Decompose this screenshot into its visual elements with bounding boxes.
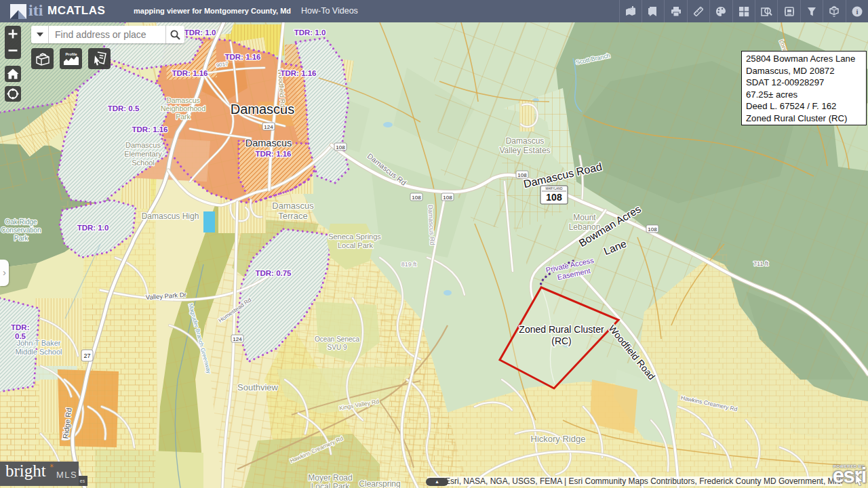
svg-text:TDR: 1.16: TDR: 1.16 (132, 125, 167, 134)
svg-text:TDR: 1.16: TDR: 1.16 (255, 150, 291, 158)
svg-text:Mount: Mount (573, 213, 596, 222)
svg-text:819 ft: 819 ft (401, 261, 417, 268)
svg-text:Park: Park (14, 235, 29, 242)
svg-text:Middle School: Middle School (15, 348, 62, 356)
svg-text:108: 108 (648, 226, 657, 232)
svg-text:Damascus High: Damascus High (142, 211, 199, 221)
svg-text:Damascus: Damascus (272, 201, 314, 211)
svg-text:School: School (132, 159, 155, 167)
svg-text:Terrace: Terrace (278, 211, 307, 221)
svg-text:Hickory Ridge: Hickory Ridge (531, 434, 586, 444)
svg-text:TDR: 1.16: TDR: 1.16 (224, 53, 260, 61)
svg-text:108: 108 (412, 195, 421, 201)
svg-text:(RC): (RC) (551, 336, 572, 346)
svg-text:0.5: 0.5 (15, 332, 26, 340)
svg-text:124: 124 (233, 336, 242, 342)
svg-text:TDR: 1.0: TDR: 1.0 (184, 28, 216, 37)
svg-text:TDR: 1.16: TDR: 1.16 (172, 69, 208, 77)
svg-text:SVU 9: SVU 9 (328, 344, 347, 351)
svg-text:Local Park: Local Park (311, 482, 351, 488)
svg-text:Damascus: Damascus (166, 96, 200, 104)
svg-text:108: 108 (443, 195, 452, 201)
svg-text:MARYLAND: MARYLAND (546, 187, 564, 190)
svg-text:27: 27 (83, 352, 90, 359)
svg-text:Local Park: Local Park (338, 241, 373, 249)
svg-text:Ocean Seneca: Ocean Seneca (315, 336, 360, 343)
svg-text:Valley Estates: Valley Estates (499, 146, 550, 155)
svg-text:TDR: 1.16: TDR: 1.16 (280, 69, 316, 77)
svg-text:Damascus: Damascus (506, 136, 545, 146)
svg-text:Damascus: Damascus (245, 138, 292, 148)
svg-text:Clearspring: Clearspring (359, 479, 400, 488)
svg-text:Park: Park (176, 113, 191, 121)
svg-text:Profile: Profile (65, 52, 77, 56)
svg-text:711 ft: 711 ft (753, 260, 768, 267)
svg-text:TDR:: TDR: (11, 323, 29, 331)
svg-text:Oak Ridge: Oak Ridge (5, 218, 37, 226)
svg-text:TDR: 1.0: TDR: 1.0 (77, 224, 109, 232)
svg-text:Damascus: Damascus (125, 141, 161, 149)
svg-text:Seneca Springs: Seneca Springs (328, 232, 381, 241)
svg-text:Conservation: Conservation (1, 226, 41, 234)
svg-text:124: 124 (264, 124, 273, 130)
svg-text:Moyer Road: Moyer Road (308, 473, 352, 483)
svg-text:i: i (856, 7, 858, 16)
svg-text:TDR: 0.5: TDR: 0.5 (108, 104, 140, 113)
svg-text:108: 108 (546, 192, 562, 203)
svg-text:Elementary: Elementary (124, 150, 162, 158)
svg-text:Zoned Rural Cluster: Zoned Rural Cluster (519, 324, 604, 335)
svg-text:Neighborhood: Neighborhood (161, 104, 205, 113)
svg-text:Southview: Southview (237, 382, 279, 392)
svg-text:TDR: 1.0: TDR: 1.0 (294, 28, 326, 37)
svg-text:108: 108 (336, 144, 345, 150)
svg-text:TDR: 0.75: TDR: 0.75 (255, 269, 292, 277)
